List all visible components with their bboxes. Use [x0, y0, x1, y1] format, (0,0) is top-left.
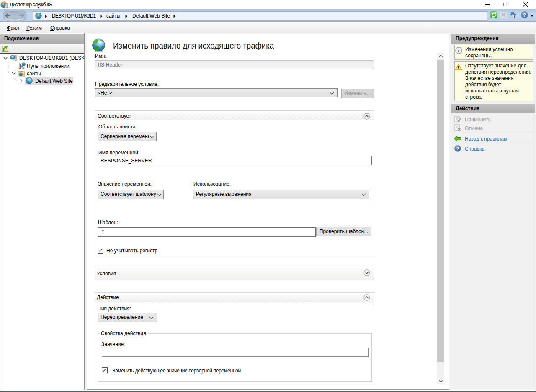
- svg-text:?: ?: [456, 146, 459, 151]
- svg-text:?: ?: [523, 13, 526, 18]
